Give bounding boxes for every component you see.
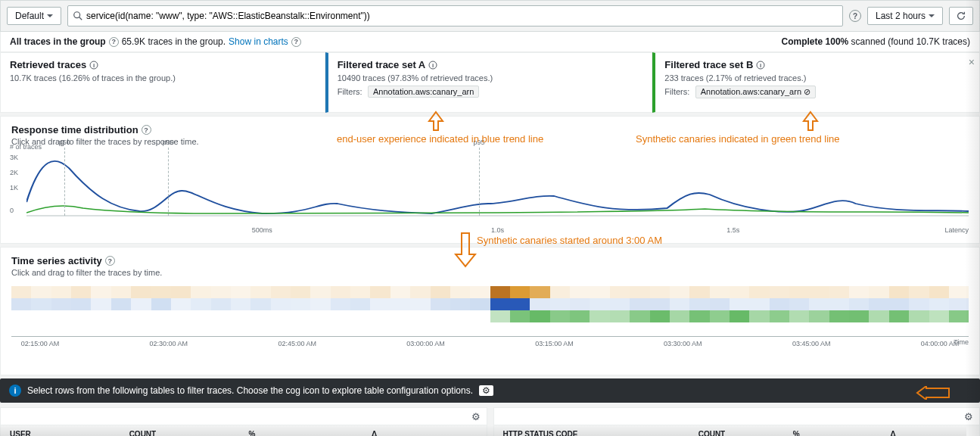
info-icon: i (9, 385, 21, 397)
panel-title: Retrieved traces (10, 59, 86, 70)
time-range-label: Last 2 hours (876, 11, 926, 21)
help-icon[interactable]: ? (109, 37, 119, 47)
group-count: 65.9K traces in the group. (122, 36, 226, 47)
show-in-charts-link[interactable]: Show in charts (229, 36, 288, 47)
svg-text:i: i (760, 62, 761, 69)
refresh-icon (956, 11, 966, 21)
retrieved-traces-panel: Retrieved traces i 10.7K traces (16.26% … (0, 52, 325, 113)
card-title: Response time distribution (11, 124, 138, 135)
http-table-card: ⚙ HTTP STATUS CODE COUNT % Δ 20021391.42… (493, 407, 981, 436)
trace-set-panels: Retrieved traces i 10.7K traces (16.26% … (0, 52, 980, 113)
time-axis: 02:15:00 AM02:30:00 AM02:45:00 AM03:00:0… (11, 336, 969, 344)
group-title: All traces in the group (10, 36, 106, 47)
card-title: Time series activity (11, 255, 102, 266)
svg-point-0 (74, 12, 80, 18)
panel-subtitle: 10490 traces (97.83% of retrieved traces… (338, 73, 643, 83)
svg-text:i: i (432, 62, 434, 69)
time-series-card: Time series activity ? Click and drag to… (0, 247, 980, 375)
col-user[interactable]: USER (1, 425, 120, 437)
card-hint: Click and drag to filter the traces by r… (11, 137, 969, 146)
tables-row: ⚙ USER COUNT % Δ Emma7632.62%-0.15%Olivi… (0, 407, 980, 436)
refresh-button[interactable] (949, 7, 973, 25)
filters-row: Filters: Annotation.aws:canary_arn (338, 86, 643, 98)
heatmap-row-orange (11, 286, 969, 298)
panel-subtitle: 10.7K traces (16.26% of traces in the gr… (10, 73, 316, 83)
col-count[interactable]: COUNT (120, 425, 240, 437)
heatmap-row-green (11, 310, 969, 322)
response-time-card: Response time distribution ? Click and d… (0, 116, 980, 244)
gear-icon[interactable]: ⚙ (471, 411, 481, 422)
time-range-dropdown[interactable]: Last 2 hours (867, 7, 943, 25)
help-icon[interactable]: ? (849, 10, 861, 22)
info-text: Select rows from the following tables to… (27, 385, 473, 396)
panel-title: Filtered trace set A (338, 59, 426, 70)
chevron-down-icon (47, 14, 53, 20)
col-count[interactable]: COUNT (689, 425, 784, 437)
gear-icon[interactable]: ⚙ (964, 411, 973, 422)
col-delta[interactable]: Δ (362, 425, 486, 437)
user-table-card: ⚙ USER COUNT % Δ Emma7632.62%-0.15%Olivi… (0, 407, 487, 436)
col-status[interactable]: HTTP STATUS CODE (494, 425, 689, 437)
group-summary-bar: All traces in the group ? 65.9K traces i… (0, 32, 980, 52)
chevron-down-icon (929, 14, 935, 20)
help-icon[interactable]: ? (105, 256, 115, 266)
query-input-wrapper[interactable] (67, 5, 843, 26)
search-icon (73, 11, 83, 21)
scan-status: Complete 100% scanned (found 10.7K trace… (782, 36, 970, 47)
panel-title: Filtered trace set B (664, 59, 753, 70)
http-table: HTTP STATUS CODE COUNT % Δ 20021391.42%-… (494, 425, 980, 436)
response-time-chart[interactable]: # of traces 3K 2K 1K 0 p50 p90 p95 500ms… (26, 149, 969, 225)
group-dropdown-label: Default (15, 11, 44, 21)
heatmap-row-blue (11, 298, 969, 310)
info-icon[interactable]: i (428, 61, 437, 70)
col-delta[interactable]: Δ (882, 425, 979, 437)
group-dropdown[interactable]: Default (7, 7, 61, 25)
info-icon[interactable]: i (89, 61, 98, 70)
info-banner: i Select rows from the following tables … (0, 378, 980, 403)
time-series-heatmap[interactable]: 02:15:00 AM02:30:00 AM02:45:00 AM03:00:0… (11, 286, 969, 344)
filter-chip[interactable]: Annotation.aws:canary_arn (368, 86, 479, 98)
help-icon[interactable]: ? (142, 125, 151, 135)
card-hint: Click and drag to filter the traces by t… (11, 268, 969, 277)
svg-text:i: i (93, 62, 95, 69)
close-icon[interactable]: × (969, 56, 975, 68)
col-pct[interactable]: % (784, 425, 882, 437)
gear-icon: ⚙ (479, 385, 493, 396)
panel-subtitle: 233 traces (2.17% of retrieved traces.) (664, 73, 970, 83)
filter-chip[interactable]: Annotation.aws:canary_arn ⊘ (695, 86, 816, 98)
col-pct[interactable]: % (240, 425, 363, 437)
top-toolbar: Default ? Last 2 hours (0, 0, 980, 32)
svg-line-1 (79, 17, 82, 20)
filtered-set-a-panel: Filtered trace set A i 10490 traces (97.… (325, 52, 653, 113)
user-table: USER COUNT % Δ Emma7632.62%-0.15%Olivia4… (1, 425, 487, 436)
query-input[interactable] (83, 8, 838, 24)
filtered-set-b-panel: × Filtered trace set B i 233 traces (2.1… (652, 52, 980, 113)
info-icon[interactable]: i (756, 61, 765, 70)
filters-row: Filters: Annotation.aws:canary_arn ⊘ (664, 86, 970, 98)
help-icon[interactable]: ? (291, 37, 301, 47)
